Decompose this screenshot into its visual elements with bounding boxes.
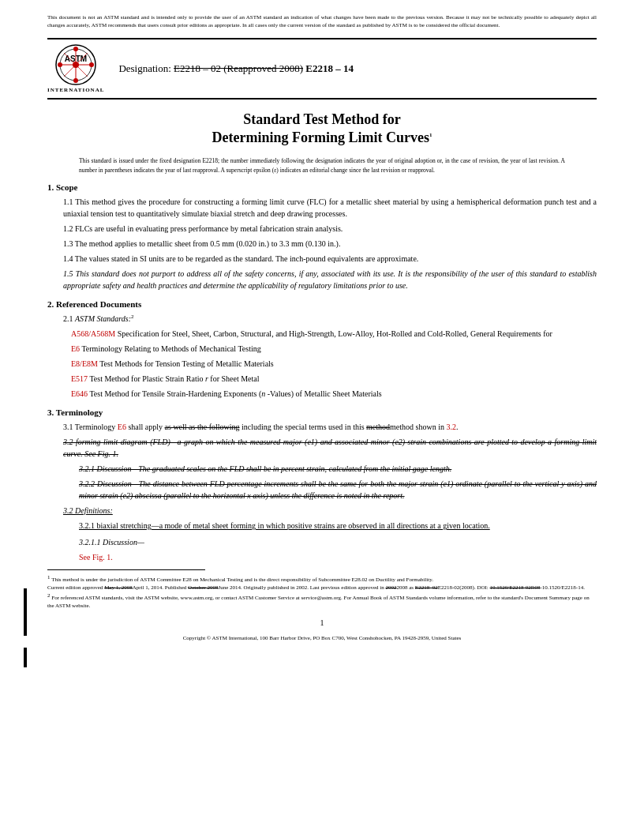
logo-area: ASTM INTERNATIONAL — [47, 44, 104, 93]
ref-a568-text: Specification for Steel, Sheet, Carbon, … — [115, 329, 552, 338]
ref-e8-text: Test Methods for Tension Testing of Meta… — [98, 359, 274, 368]
s3-2-1-1: 3.2.1.1 Discussion— — [79, 536, 597, 548]
footnote-divider — [47, 569, 205, 570]
scope-s1-2: 1.2 FLCs are useful in evaluating press … — [63, 223, 597, 235]
ref-e517-text: Test Method for Plastic Strain Ratio r f… — [88, 374, 259, 383]
scope-heading: 1. Scope — [47, 182, 597, 192]
ref-a568: A568/A568M Specification for Steel, Shee… — [71, 328, 597, 340]
s3-1-period: . — [456, 423, 459, 431]
footnote-1: 1 This method is under the jurisdiction … — [47, 574, 597, 584]
referenced-heading: 2. Referenced Documents — [47, 299, 597, 309]
svg-point-8 — [73, 47, 78, 51]
scope-s1-5: 1.5 This standard does not purport to ad… — [63, 268, 597, 291]
change-bar-2 — [24, 648, 27, 667]
see-fig-link[interactable]: See Fig. 1. — [79, 553, 113, 562]
s2-1-label: 2.1 ASTM Standards:2 — [63, 313, 597, 325]
svg-point-10 — [58, 62, 62, 67]
footnote-2: 2 For referenced ASTM standards, visit t… — [47, 592, 597, 610]
ref-e6: E6 Terminology Relating to Methods of Me… — [71, 343, 597, 355]
scope-s1-4: 1.4 The values stated in SI units are to… — [63, 253, 597, 265]
s3-1-strike1: as well as the following — [165, 423, 240, 431]
s3-1-part3: including the special terms used in this — [240, 423, 367, 431]
astm-logo: ASTM — [55, 44, 96, 85]
reference-list: A568/A568M Specification for Steel, Shee… — [71, 328, 597, 400]
copyright-footer: Copyright © ASTM International, 100 Barr… — [47, 635, 597, 641]
s3-2-def: 3.2 Definitions: — [63, 505, 597, 517]
ref-e8: E8/E8M Test Methods for Tension Testing … — [71, 358, 597, 370]
ref-e517: E517 Test Method for Plastic Strain Rati… — [71, 373, 597, 385]
header-row: ASTM INTERNATIONAL Designation: E2218 – … — [47, 38, 597, 100]
svg-point-11 — [89, 62, 94, 67]
ref-e646-link[interactable]: E646 — [71, 389, 88, 398]
standard-notice: This standard is issued under the fixed … — [79, 156, 565, 175]
designation-label: Designation: — [118, 62, 170, 74]
designation-old: E2218 – 02 (Reapproved 2008) — [174, 62, 303, 74]
terminology-heading: 3. Terminology — [47, 408, 597, 417]
s3-2-1-disc-strike: 3.2.1 Discussion—The graduated scales on… — [79, 463, 597, 475]
footnote-1-edition: Current edition approved May 1, 2008Apri… — [47, 584, 597, 592]
fn1-text: This method is under the jurisdiction of… — [51, 577, 433, 584]
s2-superscript: 2 — [131, 314, 134, 320]
page-number: 1 — [47, 618, 597, 627]
s3-1: 3.1 Terminology E6 shall apply as well a… — [63, 421, 597, 433]
ref-e517-link[interactable]: E517 — [71, 374, 88, 383]
svg-point-9 — [73, 78, 78, 83]
title-footnote: 1 — [429, 132, 432, 138]
see-fig: See Fig. 1. — [79, 551, 597, 563]
s3-1-strike2: method — [366, 423, 390, 431]
svg-point-7 — [73, 62, 79, 68]
s2-1-prefix: 2.1 — [63, 314, 75, 323]
s3-1-part2a: shall apply — [126, 423, 165, 431]
ref-e646-text: Test Method for Tensile Strain-Hardening… — [88, 389, 382, 398]
s3-2-1-1-label: 3.2.1.1 Discussion— — [79, 538, 144, 547]
fn2-text: For referenced ASTM standards, visit the… — [47, 595, 590, 609]
top-notice: This document is not an ASTM standard an… — [47, 14, 597, 30]
s3-2-2-disc-strike: 3.2.2 Discussion—The distance between FL… — [79, 478, 597, 502]
fn1-edition-text: Current edition approved May 1, 2008Apri… — [47, 584, 585, 591]
s3-2-1-def: —a mode of metal sheet forming in which … — [152, 521, 490, 530]
ref-e6-text: Terminology Relating to Methods of Mecha… — [80, 344, 261, 353]
s3-1-32-link[interactable]: 3.2 — [446, 423, 456, 431]
ref-e8-link[interactable]: E8/E8M — [71, 359, 98, 368]
s3-2-strike: 3.2 forming limit diagram (FLD)—a graph … — [63, 436, 597, 460]
s3-1-part1: 3.1 Terminology — [63, 423, 118, 431]
designation-new: E2218 – 14 — [305, 62, 354, 74]
scope-s1-3: 1.3 The method applies to metallic sheet… — [63, 238, 597, 250]
s3-2-1: 3.2.1 biaxial stretching—a mode of metal… — [79, 520, 597, 532]
ref-a568-link[interactable]: A568/A568M — [71, 329, 115, 338]
s3-1-part4: method shown in — [390, 423, 446, 431]
designation-area: Designation: E2218 – 02 (Reapproved 2008… — [118, 62, 354, 75]
s3-2-1-label: 3.2.1 biaxial stretching — [79, 521, 152, 530]
title-section: Standard Test Method forDetermining Form… — [47, 111, 597, 148]
ref-e6-link[interactable]: E6 — [71, 344, 80, 353]
s3-1-e6-link[interactable]: E6 — [118, 423, 126, 431]
ref-e646: E646 Test Method for Tensile Strain-Hard… — [71, 388, 597, 400]
change-bar-1 — [24, 588, 27, 636]
s2-1-italic: ASTM Standards: — [75, 314, 131, 323]
page: This document is not an ASTM standard an… — [0, 0, 644, 834]
scope-s1-1: 1.1 This method gives the procedure for … — [63, 196, 597, 220]
main-title: Standard Test Method forDetermining Form… — [47, 111, 597, 148]
international-label: INTERNATIONAL — [47, 87, 104, 93]
